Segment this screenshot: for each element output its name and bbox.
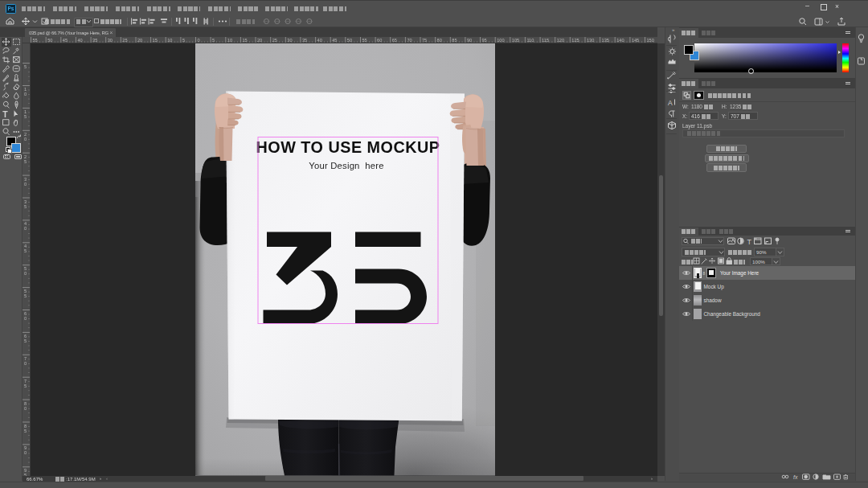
- svg-text:5: 5: [24, 64, 27, 69]
- svg-text:A: A: [668, 99, 673, 107]
- svg-text:5: 5: [24, 383, 27, 388]
- svg-text:5: 5: [24, 293, 27, 298]
- svg-text:0: 0: [24, 181, 27, 186]
- svg-text:5: 5: [24, 113, 27, 118]
- svg-text:T: T: [2, 109, 8, 119]
- svg-text:0: 0: [24, 226, 27, 231]
- svg-text:0: 0: [24, 271, 27, 276]
- svg-text:5: 5: [24, 203, 27, 208]
- svg-text:0: 0: [24, 316, 27, 321]
- svg-text:0: 0: [24, 92, 27, 96]
- svg-text:fx: fx: [793, 474, 798, 479]
- svg-text:0: 0: [24, 450, 27, 455]
- svg-text:HOW TO USE MOCKUP: HOW TO USE MOCKUP: [256, 138, 440, 156]
- svg-text:0: 0: [24, 405, 27, 410]
- svg-text:0: 0: [24, 136, 27, 141]
- svg-text:Your Design here: Your Design here: [309, 161, 383, 170]
- svg-text:5: 5: [24, 248, 27, 253]
- svg-text:0: 0: [24, 360, 27, 365]
- svg-text:5: 5: [24, 158, 27, 163]
- svg-text:5: 5: [24, 428, 27, 433]
- svg-text:T: T: [747, 238, 752, 246]
- svg-text:5: 5: [24, 338, 27, 342]
